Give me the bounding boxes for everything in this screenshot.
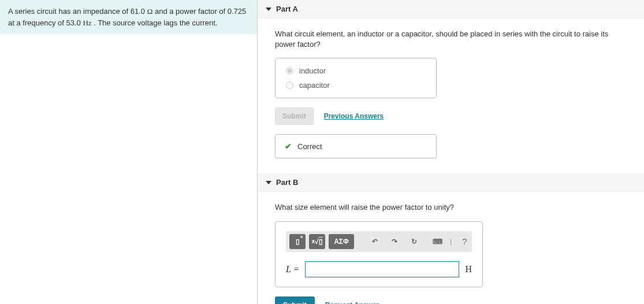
sqrt-button[interactable]: x√▯ — [309, 234, 325, 249]
templates-button[interactable]: ▯x — [289, 234, 306, 249]
part-a-header[interactable]: Part A — [258, 0, 644, 18]
keyboard-button[interactable]: ⌨ — [429, 234, 445, 249]
part-b-body: What size element will raise the power f… — [258, 192, 644, 304]
equation-line: L = H — [286, 261, 472, 277]
part-a-question: What circuit element, an inductor or a c… — [275, 29, 627, 50]
radio-capacitor[interactable] — [286, 81, 293, 89]
option-inductor-label: inductor — [299, 66, 326, 75]
problem-panel: A series circuit has an impedance of 61.… — [0, 0, 257, 304]
toolbar-separator: | — [450, 237, 452, 246]
part-b-header[interactable]: Part B — [258, 173, 644, 192]
answer-panel: Part A What circuit element, an inductor… — [257, 0, 644, 304]
redo-button[interactable]: ↷ — [386, 234, 403, 249]
equation-lhs: L = — [286, 264, 299, 275]
option-capacitor-label: capacitor — [299, 81, 330, 90]
part-b-title: Part B — [276, 178, 298, 187]
caret-down-icon — [266, 181, 271, 184]
radio-inductor[interactable] — [286, 67, 293, 75]
part-b-question: What size element will raise the power f… — [275, 202, 627, 213]
part-a-options: inductor capacitor — [275, 58, 437, 98]
equation-input[interactable] — [305, 261, 459, 277]
part-b-actions: Submit Request Answer — [275, 296, 627, 304]
help-button[interactable]: ? — [456, 234, 472, 249]
previous-answers-link[interactable]: Previous Answers — [324, 112, 384, 120]
problem-text-3: . The source voltage lags the current. — [92, 18, 218, 27]
correct-label: Correct — [297, 142, 322, 151]
problem-statement: A series circuit has an impedance of 61.… — [0, 0, 257, 34]
unit-hz: Hz — [83, 18, 91, 27]
problem-text-1: A series circuit has an impedance of 61.… — [8, 7, 147, 16]
part-b-submit-button[interactable]: Submit — [275, 296, 315, 304]
greek-button[interactable]: ΑΣΦ — [329, 234, 354, 249]
equation-toolbar: ▯x x√▯ ΑΣΦ ↶ ↷ ↻ ⌨ | ? — [286, 231, 472, 252]
correct-feedback: ✔ Correct — [275, 134, 437, 158]
part-a-actions: Submit Previous Answers — [275, 107, 627, 125]
request-answer-link[interactable]: Request Answer — [325, 301, 379, 304]
equation-editor: ▯x x√▯ ΑΣΦ ↶ ↷ ↻ ⌨ | ? L = H — [275, 221, 483, 287]
caret-down-icon — [266, 8, 271, 11]
unit-ohm: Ω — [147, 7, 153, 16]
part-a-submit-button: Submit — [275, 107, 314, 125]
option-inductor[interactable]: inductor — [286, 66, 426, 75]
part-a-title: Part A — [276, 5, 298, 13]
option-capacitor[interactable]: capacitor — [286, 81, 426, 90]
check-icon: ✔ — [285, 142, 292, 151]
undo-button[interactable]: ↶ — [367, 234, 383, 249]
part-a-body: What circuit element, an inductor or a c… — [258, 18, 644, 173]
equation-unit: H — [465, 264, 472, 275]
reset-button[interactable]: ↻ — [406, 234, 422, 249]
